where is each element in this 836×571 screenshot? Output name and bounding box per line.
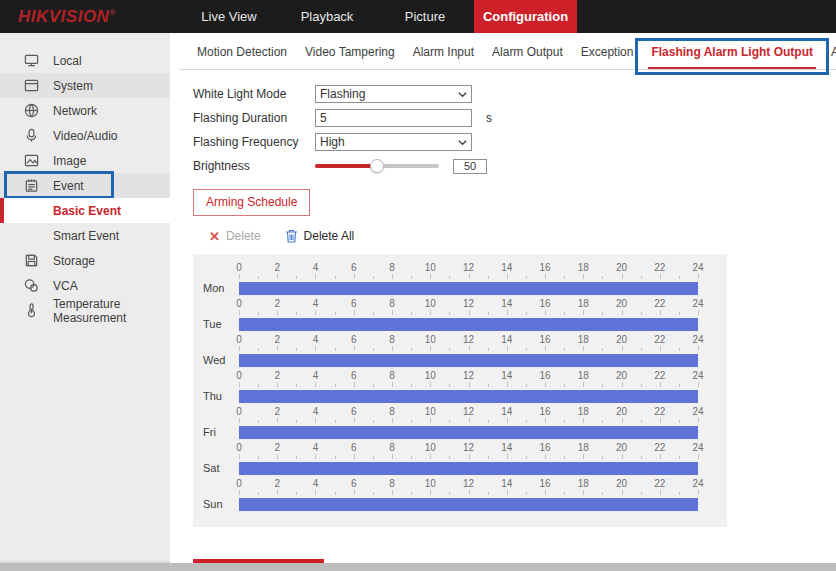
timeline-tick bbox=[488, 312, 489, 315]
tab-flashing-alarm-light-output[interactable]: Flashing Alarm Light Output bbox=[642, 45, 822, 69]
tab-motion-detection[interactable]: Motion Detection bbox=[188, 45, 296, 69]
timeline-tick bbox=[526, 348, 527, 351]
flashing-frequency-label: Flashing Frequency bbox=[193, 135, 315, 149]
sidebar-item-storage[interactable]: Storage bbox=[0, 248, 170, 273]
brightness-slider[interactable] bbox=[315, 157, 439, 175]
timeline-tick bbox=[622, 418, 623, 423]
nav-configuration[interactable]: Configuration bbox=[474, 0, 577, 33]
nav-live-view[interactable]: Live View bbox=[180, 0, 278, 33]
timeline-tick bbox=[679, 384, 680, 387]
timeline-tick bbox=[583, 418, 584, 423]
timeline-tick bbox=[583, 490, 584, 495]
timeline-hour-label: 16 bbox=[539, 442, 550, 453]
timeline-hour-label: 10 bbox=[425, 406, 436, 417]
timeline-tick bbox=[679, 348, 680, 351]
schedule-bar-sat[interactable] bbox=[239, 462, 698, 475]
timeline-tick bbox=[564, 420, 565, 423]
tab-alarm-input[interactable]: Alarm Input bbox=[404, 45, 483, 69]
schedule-bar-wed[interactable] bbox=[239, 354, 698, 367]
flashing-frequency-select[interactable]: High bbox=[315, 133, 472, 151]
timeline-hour-label: 14 bbox=[501, 298, 512, 309]
timeline-tick bbox=[698, 310, 699, 315]
flashing-duration-input[interactable]: 5 bbox=[315, 109, 472, 127]
schedule-bar-thu[interactable] bbox=[239, 390, 698, 403]
tab-alarm-output[interactable]: Alarm Output bbox=[483, 45, 572, 69]
timeline-hour-label: 24 bbox=[692, 298, 703, 309]
slider-track[interactable] bbox=[315, 164, 439, 168]
sidebar-item-temperature-measurement[interactable]: Temperature Measurement bbox=[0, 298, 170, 323]
schedule-bar-fri[interactable] bbox=[239, 426, 698, 439]
timeline-hour-label: 4 bbox=[313, 370, 319, 381]
sidebar-item-network[interactable]: Network bbox=[0, 98, 170, 123]
timeline-tick bbox=[430, 346, 431, 351]
timeline-hour-label: 0 bbox=[236, 442, 242, 453]
schedule-timeline[interactable]: 024681012141618202224 bbox=[239, 333, 698, 369]
timeline-tick bbox=[449, 348, 450, 351]
sidebar-item-event[interactable]: Event bbox=[0, 173, 170, 198]
timeline-tick bbox=[526, 312, 527, 315]
schedule-bar-tue[interactable] bbox=[239, 318, 698, 331]
timeline-hour-label: 4 bbox=[313, 262, 319, 273]
timeline-tick bbox=[373, 456, 374, 459]
schedule-timeline[interactable]: 024681012141618202224 bbox=[239, 441, 698, 477]
schedule-timeline[interactable]: 024681012141618202224 bbox=[239, 405, 698, 441]
nav-playback[interactable]: Playback bbox=[278, 0, 376, 33]
arming-schedule-button[interactable]: Arming Schedule bbox=[193, 189, 310, 216]
schedule-bar-mon[interactable] bbox=[239, 282, 698, 295]
timeline-hour-label: 2 bbox=[274, 262, 280, 273]
schedule-bar-sun[interactable] bbox=[239, 498, 698, 511]
timeline-tick bbox=[430, 418, 431, 423]
sidebar-item-image[interactable]: Image bbox=[0, 148, 170, 173]
tab-audible-alarm-output[interactable]: Audible Alarm Output bbox=[822, 45, 836, 69]
timeline-hour-label: 2 bbox=[274, 334, 280, 345]
tab-video-tampering[interactable]: Video Tampering bbox=[296, 45, 404, 69]
flashing-alarm-form: White Light Mode Flashing Flashing Durat… bbox=[180, 70, 836, 178]
sidebar-item-local[interactable]: Local bbox=[0, 48, 170, 73]
timeline-tick bbox=[469, 382, 470, 387]
schedule-timeline[interactable]: 024681012141618202224 bbox=[239, 477, 698, 513]
tab-exception[interactable]: Exception bbox=[572, 45, 643, 69]
schedule-timeline[interactable]: 024681012141618202224 bbox=[239, 297, 698, 333]
chevron-down-icon bbox=[457, 137, 468, 151]
timeline-hour-label: 8 bbox=[389, 262, 395, 273]
timeline-hour-label: 6 bbox=[351, 334, 357, 345]
timeline-tick bbox=[354, 490, 355, 495]
sidebar-item-smart-event[interactable]: Smart Event bbox=[0, 223, 170, 248]
timeline-hour-label: 14 bbox=[501, 262, 512, 273]
brightness-value-input[interactable]: 50 bbox=[453, 159, 487, 174]
delete-button[interactable]: ✕ Delete bbox=[209, 229, 261, 244]
timeline-tick bbox=[526, 456, 527, 459]
timeline-tick bbox=[488, 276, 489, 279]
schedule-timeline[interactable]: 024681012141618202224 bbox=[239, 369, 698, 405]
top-nav: HIKVISION® Live View Playback Picture Co… bbox=[0, 0, 836, 33]
timeline-tick bbox=[277, 274, 278, 279]
schedule-row-tue: Tue024681012141618202224 bbox=[193, 297, 727, 333]
timeline-tick bbox=[373, 384, 374, 387]
timeline-hour-label: 20 bbox=[616, 262, 627, 273]
sidebar-item-video-audio[interactable]: Video/Audio bbox=[0, 123, 170, 148]
schedule-toolbar: ✕ Delete Delete All bbox=[209, 228, 836, 244]
timeline-tick bbox=[660, 418, 661, 423]
image-icon bbox=[24, 153, 39, 168]
timeline-tick bbox=[373, 276, 374, 279]
timeline-tick bbox=[449, 420, 450, 423]
sidebar-item-basic-event[interactable]: Basic Event bbox=[0, 198, 170, 223]
timeline-tick bbox=[545, 310, 546, 315]
horizontal-scrollbar[interactable] bbox=[0, 563, 836, 571]
sidebar-item-system[interactable]: System bbox=[0, 73, 170, 98]
timeline-tick bbox=[602, 348, 603, 351]
slider-thumb[interactable] bbox=[370, 159, 384, 173]
nav-picture[interactable]: Picture bbox=[376, 0, 474, 33]
white-light-mode-select[interactable]: Flashing bbox=[315, 85, 472, 103]
timeline-tick bbox=[411, 492, 412, 495]
schedule-timeline[interactable]: 024681012141618202224 bbox=[239, 261, 698, 297]
delete-all-button[interactable]: Delete All bbox=[285, 229, 355, 243]
timeline-tick bbox=[469, 490, 470, 495]
schedule-day-label: Sun bbox=[203, 498, 237, 510]
sidebar-item-vca[interactable]: VCA bbox=[0, 273, 170, 298]
timeline-hour-label: 2 bbox=[274, 298, 280, 309]
arming-schedule-panel: Mon024681012141618202224Tue0246810121416… bbox=[193, 254, 727, 527]
timeline-hour-label: 20 bbox=[616, 334, 627, 345]
thermometer-icon bbox=[24, 303, 39, 318]
timeline-hour-label: 0 bbox=[236, 478, 242, 489]
